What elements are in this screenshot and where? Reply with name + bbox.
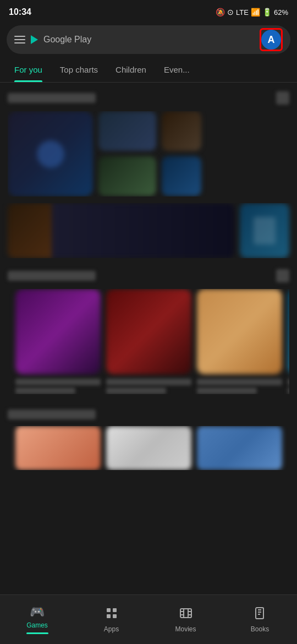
suggestion-card-3[interactable]: [197, 289, 282, 394]
tab-top-charts[interactable]: Top charts: [51, 57, 107, 82]
suggestion-sub-3: [197, 388, 257, 394]
avatar-wrapper[interactable]: A: [260, 28, 283, 51]
bottom-nav: 🎮 Games Apps Movies: [0, 594, 297, 644]
section-more-icon-2[interactable]: [276, 269, 289, 282]
tabs-bar: For you Top charts Children Even...: [0, 57, 297, 83]
section-featured: [0, 83, 297, 201]
suggestion-sub-1: [15, 388, 75, 394]
movies-label: Movies: [175, 625, 196, 633]
banner-row: [0, 203, 297, 258]
section-more-icon[interactable]: [276, 91, 289, 105]
games-icon: 🎮: [30, 605, 45, 619]
app-card-4[interactable]: [98, 156, 156, 196]
svg-rect-4: [180, 609, 191, 618]
tab-for-you[interactable]: For you: [6, 57, 51, 82]
suggestion-card-2[interactable]: [106, 289, 191, 394]
search-input[interactable]: Google Play: [43, 35, 254, 45]
nav-movies[interactable]: Movies: [148, 595, 223, 644]
signal-bars: 📶: [251, 8, 260, 17]
nav-games[interactable]: 🎮 Games: [0, 595, 74, 644]
section-suggestions: [0, 258, 297, 399]
suggestion-img-1: [15, 289, 101, 374]
status-icons: 🔕 ⊙ LTE 📶 🔋 62%: [216, 8, 288, 17]
nav-apps[interactable]: Apps: [74, 595, 148, 644]
banner-card-1[interactable]: [8, 203, 234, 258]
avatar[interactable]: A: [261, 30, 281, 50]
play-logo: [31, 35, 38, 44]
section-title-blur-2: [8, 271, 96, 281]
section-title-blur-3: [8, 410, 96, 419]
battery-icon: 🔋: [262, 8, 272, 17]
books-label: Books: [251, 625, 269, 633]
suggestion-title-4: [288, 379, 289, 385]
suggestion-img-3: [197, 289, 282, 374]
suggestion-card-4[interactable]: [288, 289, 289, 394]
suggestion-title-3: [197, 379, 282, 385]
suggestion-img-2: [106, 289, 191, 374]
suggestion-row: [8, 289, 289, 394]
bottom-card-2[interactable]: [106, 426, 191, 470]
games-label: Games: [26, 621, 48, 629]
suggestion-sub-2: [106, 388, 166, 394]
svg-rect-2: [107, 614, 111, 618]
bottom-card-3[interactable]: [197, 426, 282, 470]
books-icon: [254, 607, 267, 623]
tab-events[interactable]: Even...: [155, 57, 199, 82]
nav-books[interactable]: Books: [223, 595, 297, 644]
suggestion-sub-4: [288, 388, 289, 394]
main-content: [0, 83, 297, 591]
svg-rect-3: [113, 614, 117, 618]
app-row-top: [98, 111, 201, 151]
status-bar: 10:34 🔕 ⊙ LTE 📶 🔋 62%: [0, 0, 297, 22]
apps-label: Apps: [104, 625, 119, 633]
tab-children[interactable]: Children: [107, 57, 155, 82]
banner-card-2[interactable]: [240, 203, 289, 258]
hamburger-menu[interactable]: [14, 36, 25, 43]
bottom-cards-row: [8, 426, 289, 470]
section-header-3: [8, 410, 289, 419]
time: 10:34: [9, 7, 31, 17]
games-underline: [26, 632, 48, 634]
search-bar[interactable]: Google Play A: [7, 25, 290, 54]
section-title-blur-1: [8, 93, 96, 103]
movies-icon: [179, 607, 193, 623]
app-card-5[interactable]: [162, 156, 201, 196]
location-icon: ⊙: [227, 8, 234, 17]
suggestion-img-4: [288, 289, 289, 374]
bottom-card-1[interactable]: [15, 426, 101, 470]
section-bottom: [0, 399, 297, 474]
play-triangle-icon: [31, 35, 38, 44]
svg-rect-0: [107, 608, 111, 612]
section-header-1: [8, 91, 289, 105]
signal-label: LTE: [236, 8, 249, 17]
suggestion-card-1[interactable]: [15, 289, 101, 394]
battery-label: 62%: [274, 8, 288, 17]
section-banner: [0, 203, 297, 258]
featured-apps-row: [8, 111, 289, 197]
app-card-1[interactable]: [8, 111, 93, 197]
app-card-2[interactable]: [98, 111, 156, 151]
app-row-bottom: [98, 156, 201, 196]
app-card-3[interactable]: [162, 111, 201, 151]
apps-icon: [105, 607, 118, 623]
svg-rect-1: [113, 608, 117, 612]
silent-icon: 🔕: [216, 8, 225, 17]
suggestion-title-1: [15, 379, 101, 385]
section-header-2: [8, 269, 289, 282]
app-cards-grid: [98, 111, 201, 197]
suggestion-title-2: [106, 379, 191, 385]
